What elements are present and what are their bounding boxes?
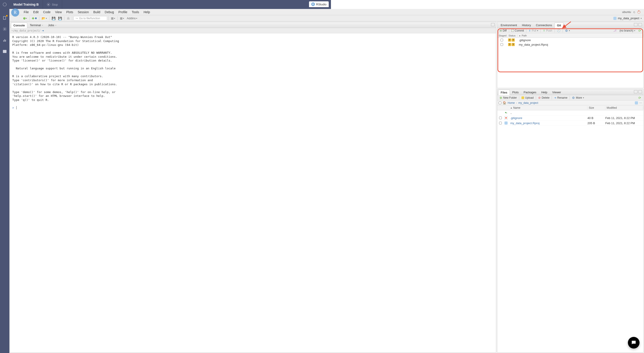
sidebar-settings-icon[interactable]: [2, 27, 7, 31]
platform-menu-icon[interactable]: [0, 0, 10, 9]
svg-rect-5: [5, 40, 6, 42]
tab-terminal[interactable]: Terminal×: [27, 22, 46, 28]
new-file-button[interactable]: ▾: [22, 17, 28, 20]
menu-debug[interactable]: Debug: [102, 10, 116, 14]
plus-icon: [23, 17, 26, 20]
goto-file-input[interactable]: ↪Go to file/function: [74, 16, 107, 21]
session-title: Model Training B: [10, 0, 43, 9]
boxes-icon: ▦: [111, 17, 114, 20]
path-arrow-icon[interactable]: ➜: [42, 29, 44, 32]
menu-file[interactable]: File: [22, 10, 31, 14]
save-all-icon: 💾: [58, 17, 62, 20]
rstudio-main: R File Edit Code View Plots Session Buil…: [10, 9, 331, 177]
sidebar-panel-icon[interactable]: [2, 49, 7, 54]
menu-plots[interactable]: Plots: [64, 10, 75, 14]
grid-icon: ▦: [120, 17, 122, 20]
menu-build[interactable]: Build: [91, 10, 102, 14]
save-button[interactable]: 💾: [51, 16, 56, 21]
menu-edit[interactable]: Edit: [31, 10, 41, 14]
platform-topbar: Model Training B Stop R RStudio: [0, 0, 331, 9]
save-all-button[interactable]: 💾: [57, 16, 63, 21]
console-path: ~/my_data_project/: [12, 29, 40, 32]
stop-label: Stop: [52, 3, 58, 6]
svg-point-0: [3, 3, 6, 6]
sidebar-sessions-icon[interactable]: [2, 16, 7, 20]
folder-open-icon: 📂: [42, 17, 46, 20]
stop-session-button[interactable]: Stop: [43, 0, 62, 9]
menu-view[interactable]: View: [53, 10, 64, 14]
tab-console[interactable]: Console: [11, 23, 27, 28]
open-file-button[interactable]: 📂▾: [41, 16, 48, 21]
console-toolbar: ~/my_data_project/ ➜: [10, 28, 331, 33]
console-pane: Console Terminal× Jobs× ~/my_data_projec…: [10, 22, 331, 177]
svg-rect-4: [4, 39, 5, 42]
svg-rect-6: [3, 50, 6, 53]
console-output[interactable]: R version 4.0.3 (2020-10-10) -- "Bunny-W…: [10, 33, 331, 177]
print-icon: 🖶: [67, 17, 70, 20]
save-icon: 💾: [52, 17, 56, 20]
close-icon[interactable]: ×: [42, 24, 43, 27]
r-logo-icon: R: [11, 9, 19, 17]
print-button[interactable]: 🖶: [66, 16, 71, 21]
goto-arrow-icon: ↪: [76, 17, 78, 20]
main-toolbar: ▾ ✚⬢ 📂▾ 💾 💾 🖶 ↪Go to file/function ▦▾ ▦▾…: [10, 15, 331, 22]
addins-button[interactable]: Addins ▾: [126, 16, 138, 20]
close-icon[interactable]: ×: [55, 24, 56, 27]
menu-profile[interactable]: Profile: [116, 10, 130, 14]
svg-point-2: [4, 29, 5, 30]
rstudio-tab[interactable]: R RStudio: [309, 1, 329, 7]
project-plus-icon: ✚: [32, 17, 34, 20]
menu-bar: R File Edit Code View Plots Session Buil…: [10, 9, 331, 15]
rstudio-icon: R: [311, 3, 315, 6]
menu-session[interactable]: Session: [75, 10, 91, 14]
menu-help[interactable]: Help: [141, 10, 152, 14]
svg-rect-3: [3, 40, 4, 42]
grid-button[interactable]: ▦▾: [119, 16, 125, 20]
new-project-button[interactable]: ✚⬢: [31, 16, 38, 21]
rstudio-label: RStudio: [316, 3, 326, 6]
svg-rect-1: [3, 16, 6, 20]
stop-icon: [47, 3, 50, 6]
console-prompt: >: [12, 106, 14, 109]
tab-jobs[interactable]: Jobs×: [46, 22, 59, 28]
panes-container: Console Terminal× Jobs× ~/my_data_projec…: [10, 22, 331, 177]
console-tabs: Console Terminal× Jobs×: [10, 22, 331, 28]
menu-tools[interactable]: Tools: [130, 10, 141, 14]
platform-sidebar: [0, 9, 10, 177]
workspace-button[interactable]: ▦▾: [110, 16, 116, 20]
menu-code[interactable]: Code: [41, 10, 53, 14]
sidebar-metrics-icon[interactable]: [2, 38, 7, 43]
